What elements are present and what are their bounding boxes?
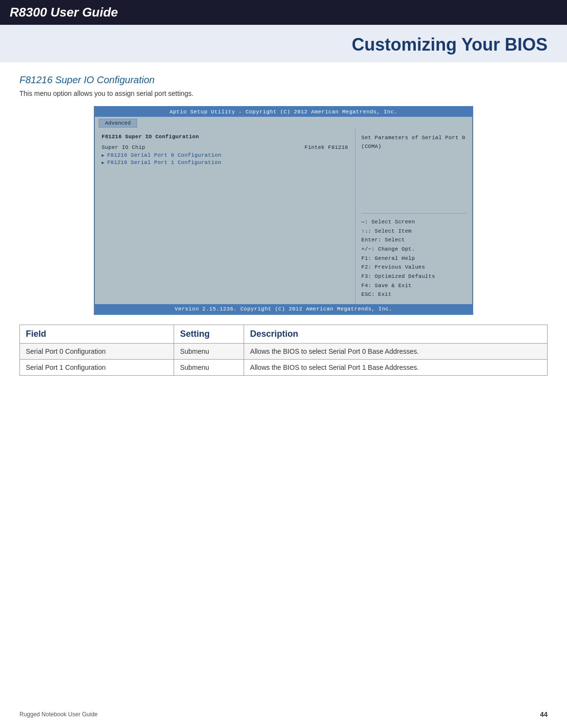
page-title-area: Customizing Your BIOS <box>0 25 567 62</box>
bios-link-port0[interactable]: F81216 Serial Port 0 Configuration <box>102 152 348 158</box>
table-cell-setting: Submenu <box>174 344 244 360</box>
header-bar: R8300 User Guide <box>0 0 567 25</box>
bios-tab-bar: Advanced <box>95 117 472 129</box>
bios-tab-advanced[interactable]: Advanced <box>99 119 137 127</box>
bios-link-port1[interactable]: F81216 Serial Port 1 Configuration <box>102 160 348 165</box>
bios-help-text: Set Parameters of Serial Port 0 (COMA) <box>361 134 466 151</box>
bios-divider <box>361 213 466 214</box>
bios-right-panel: Set Parameters of Serial Port 0 (COMA) ↔… <box>355 129 472 304</box>
key-f1: F1: General Help <box>361 254 466 263</box>
key-esc: ESC: Exit <box>361 290 466 299</box>
key-f2: F2: Previous Values <box>361 263 466 272</box>
footer-left: Rugged Notebook User Guide <box>19 711 98 718</box>
bios-chip-value: Fintek F81216 <box>304 145 348 150</box>
table-row: Serial Port 1 ConfigurationSubmenuAllows… <box>20 360 548 376</box>
section-title: F81216 Super IO Configuration <box>19 74 548 86</box>
page-footer: Rugged Notebook User Guide 44 <box>19 710 548 718</box>
header-title: R8300 User Guide <box>10 5 118 20</box>
key-f3: F3: Optimized Defaults <box>361 272 466 281</box>
page-title: Customizing Your BIOS <box>352 35 548 55</box>
table-cell-field: Serial Port 1 Configuration <box>20 360 174 376</box>
bios-left-panel: F81216 Super IO Configuration Super IO C… <box>95 129 355 304</box>
bios-section-header: F81216 Super IO Configuration <box>102 134 348 140</box>
key-enter: Enter: Select <box>361 236 466 245</box>
key-select-screen: ↔: Select Screen <box>361 218 466 227</box>
field-table: Field Setting Description Serial Port 0 … <box>19 325 548 376</box>
key-select-item: ↑↓: Select Item <box>361 227 466 236</box>
table-cell-description: Allows the BIOS to select Serial Port 1 … <box>244 360 548 376</box>
table-cell-field: Serial Port 0 Configuration <box>20 344 174 360</box>
main-content: F81216 Super IO Configuration This menu … <box>0 62 567 388</box>
bios-container: Aptio Setup Utility - Copyright (C) 2012… <box>94 106 473 315</box>
table-header-field: Field <box>20 325 174 344</box>
table-header-setting: Setting <box>174 325 244 344</box>
table-cell-description: Allows the BIOS to select Serial Port 0 … <box>244 344 548 360</box>
key-f4: F4: Save & Exit <box>361 281 466 291</box>
page-number: 44 <box>540 710 548 718</box>
table-cell-setting: Submenu <box>174 360 244 376</box>
table-header-description: Description <box>244 325 548 344</box>
table-row: Serial Port 0 ConfigurationSubmenuAllows… <box>20 344 548 360</box>
bios-body: F81216 Super IO Configuration Super IO C… <box>95 129 472 304</box>
section-intro: This menu option allows you to assign se… <box>19 90 548 97</box>
key-change: +/−: Change Opt. <box>361 245 466 254</box>
bios-title-bar: Aptio Setup Utility - Copyright (C) 2012… <box>95 107 472 117</box>
bios-chip-label: Super IO Chip <box>102 145 304 150</box>
bios-footer: Version 2.15.1236. Copyright (C) 2012 Am… <box>95 304 472 314</box>
bios-chip-row: Super IO Chip Fintek F81216 <box>102 145 348 150</box>
bios-key-help: ↔: Select Screen ↑↓: Select Item Enter: … <box>361 218 466 299</box>
